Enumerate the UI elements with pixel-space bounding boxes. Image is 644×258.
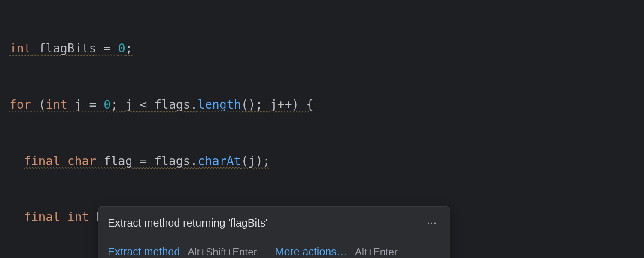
code-line[interactable]: final char flag = flags.charAt(j); bbox=[9, 151, 644, 170]
code-line[interactable]: for (int j = 0; j < flags.length(); j++)… bbox=[9, 95, 644, 114]
code-line[interactable]: int flagBits = 0; bbox=[9, 39, 644, 58]
intention-popup: Extract method returning 'flagBits' ⋮ Ex… bbox=[98, 206, 450, 258]
more-actions-link[interactable]: More actions… bbox=[275, 243, 347, 258]
popup-title: Extract method returning 'flagBits' bbox=[108, 215, 267, 231]
shortcut-hint: Alt+Enter bbox=[355, 244, 398, 258]
extract-method-link[interactable]: Extract method bbox=[108, 243, 180, 258]
shortcut-hint: Alt+Shift+Enter bbox=[188, 244, 257, 258]
more-options-icon[interactable]: ⋮ bbox=[424, 218, 440, 228]
